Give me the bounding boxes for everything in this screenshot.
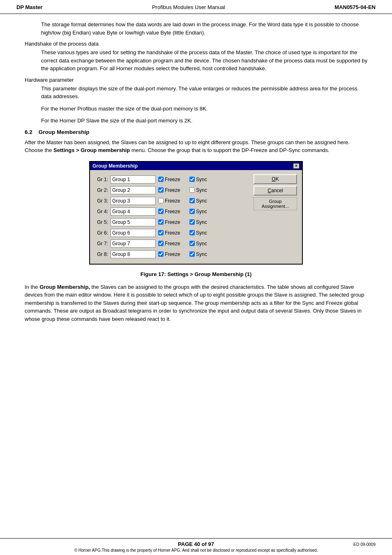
row-label: Gr 6: (95, 230, 108, 236)
header-center: Profibus Modules User Manual (152, 4, 225, 10)
freeze-label: Freeze (165, 230, 180, 236)
sync-checkbox[interactable] (189, 198, 195, 203)
page-header: DP Master Profibus Modules User Manual M… (0, 0, 392, 14)
freeze-checkbox-group: Freeze (158, 187, 187, 193)
row-label: Gr 3: (95, 198, 108, 204)
sync-checkbox-group: Sync (189, 251, 218, 257)
sync-checkbox[interactable] (189, 219, 195, 225)
hardware-title: Hardware parameter (25, 77, 367, 83)
group-input[interactable] (111, 207, 156, 216)
body-after-para: In the Group Membership, the Slaves can … (25, 283, 367, 323)
freeze-label: Freeze (165, 219, 180, 225)
dialog-row: Gr 5:FreezeSync (95, 217, 248, 228)
figure-caption: Figure 17: Settings > Group Membership (… (25, 271, 367, 277)
freeze-checkbox[interactable] (158, 187, 164, 193)
group-assignment-button[interactable]: Group Assignment... (254, 197, 297, 210)
freeze-checkbox-group: Freeze (158, 177, 187, 182)
freeze-checkbox[interactable] (158, 241, 164, 246)
sync-label: Sync (196, 209, 207, 214)
dialog-row: Gr 8:FreezeSync (95, 249, 248, 260)
sync-checkbox[interactable] (189, 209, 195, 214)
sync-checkbox-group: Sync (189, 241, 218, 246)
sync-label: Sync (196, 187, 207, 193)
sync-label: Sync (196, 241, 207, 246)
sync-checkbox[interactable] (189, 177, 195, 182)
dialog-row: Gr 1:FreezeSync (95, 174, 248, 185)
freeze-checkbox-group: Freeze (158, 198, 187, 204)
header-left: DP Master (16, 4, 42, 10)
group-input[interactable] (111, 175, 156, 184)
sync-label: Sync (196, 219, 207, 225)
header-right: MAN0575-04-EN (334, 4, 376, 10)
storage-format-para: The storage format determines how the da… (41, 21, 367, 37)
group-input[interactable] (111, 229, 156, 237)
sync-checkbox[interactable] (189, 251, 195, 257)
group-membership-bold: Group Membership, (39, 284, 90, 290)
handshake-title: Handshake of the process data (25, 41, 367, 47)
freeze-checkbox-group: Freeze (158, 219, 187, 225)
freeze-checkbox[interactable] (158, 209, 164, 214)
dialog-row: Gr 7:FreezeSync (95, 238, 248, 249)
group-input[interactable] (111, 197, 156, 205)
handshake-body: These various types are used for setting… (41, 48, 367, 73)
freeze-checkbox-group: Freeze (158, 230, 187, 236)
freeze-label: Freeze (165, 241, 180, 246)
sync-label: Sync (196, 230, 207, 236)
footer-top-row: PAGE 40 of 97 EO 09-0009 (16, 541, 376, 548)
hardware-body: This parameter displays the size of the … (41, 85, 367, 125)
sync-label: Sync (196, 177, 207, 182)
sync-checkbox-group: Sync (189, 187, 218, 193)
dialog-body: Gr 1:FreezeSyncGr 2:FreezeSyncGr 3:Freez… (90, 170, 302, 264)
row-label: Gr 8: (95, 251, 108, 257)
cancel-button[interactable]: Cancel (254, 186, 297, 196)
sync-checkbox[interactable] (189, 241, 195, 246)
group-membership-dialog: Group Membership × Gr 1:FreezeSyncGr 2:F… (89, 161, 303, 265)
freeze-checkbox[interactable] (158, 251, 164, 257)
freeze-checkbox-group: Freeze (158, 251, 187, 257)
freeze-label: Freeze (165, 251, 180, 257)
group-input[interactable] (111, 218, 156, 226)
freeze-checkbox[interactable] (158, 230, 164, 235)
footer-copyright: © Horner APG.This drawing is the propert… (74, 548, 318, 553)
freeze-label: Freeze (165, 198, 180, 204)
row-label: Gr 2: (95, 187, 108, 193)
row-label: Gr 5: (95, 219, 108, 225)
freeze-label: Freeze (165, 209, 180, 214)
dialog-buttons: OK Cancel Group Assignment... (252, 174, 297, 260)
sync-checkbox[interactable] (189, 230, 195, 235)
section-intro-para: After the Master has been assigned, the … (25, 138, 367, 154)
freeze-checkbox[interactable] (158, 219, 164, 225)
group-input[interactable] (111, 186, 156, 194)
freeze-label: Freeze (165, 187, 180, 193)
footer-doc-number: EO 09-0009 (353, 542, 376, 547)
sync-label: Sync (196, 251, 207, 257)
hardware-body2: For the Horner Profibus master the size … (41, 105, 367, 113)
ok-button[interactable]: OK (254, 174, 297, 184)
hardware-body3: For the Horner DP Slave the size of the … (41, 117, 367, 125)
dialog-titlebar: Group Membership × (90, 162, 302, 170)
freeze-checkbox[interactable] (158, 198, 164, 203)
sync-checkbox-group: Sync (189, 198, 218, 204)
sync-checkbox-group: Sync (189, 209, 218, 214)
group-input[interactable] (111, 250, 156, 258)
footer-page-number: PAGE 40 of 97 (178, 541, 214, 547)
sync-checkbox-group: Sync (189, 219, 218, 225)
sync-checkbox[interactable] (189, 187, 195, 193)
page-footer: PAGE 40 of 97 EO 09-0009 © Horner APG.Th… (0, 538, 392, 555)
page: DP Master Profibus Modules User Manual M… (0, 0, 392, 555)
sync-label: Sync (196, 198, 207, 204)
content-area: The storage format determines how the da… (0, 21, 392, 323)
section-heading: 6.2 Group Membership (25, 129, 367, 135)
freeze-checkbox[interactable] (158, 177, 164, 182)
freeze-checkbox-group: Freeze (158, 241, 187, 246)
close-icon[interactable]: × (293, 163, 300, 169)
row-label: Gr 4: (95, 209, 108, 214)
row-label: Gr 7: (95, 241, 108, 246)
dialog-wrapper: Group Membership × Gr 1:FreezeSyncGr 2:F… (89, 161, 303, 265)
freeze-label: Freeze (165, 177, 180, 182)
group-input[interactable] (111, 240, 156, 248)
hardware-body1: This parameter displays the size of the … (41, 85, 367, 101)
sync-checkbox-group: Sync (189, 230, 218, 236)
dialog-row: Gr 3:FreezeSync (95, 196, 248, 206)
dialog-row: Gr 4:FreezeSync (95, 206, 248, 217)
